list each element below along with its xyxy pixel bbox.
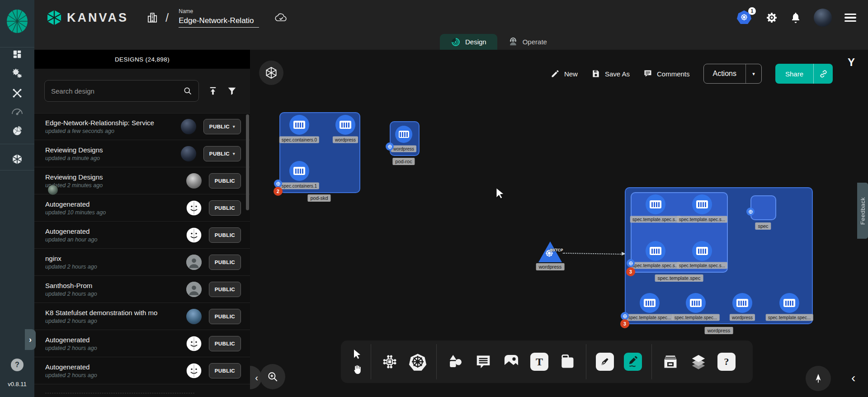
dock-handle-icon[interactable]: Y xyxy=(848,56,855,69)
design-list-item[interactable]: Reviewing Designsupdated a minute ago PU… xyxy=(34,140,250,167)
freehand-draw-tool-active[interactable] xyxy=(622,351,644,373)
user-avatar[interactable] xyxy=(814,9,832,27)
design-search-input[interactable] xyxy=(51,87,183,95)
kanvas-brand[interactable]: KANVAS xyxy=(46,9,128,26)
design-updated: updated a few seconds ago xyxy=(45,128,177,134)
error-count-badge[interactable]: 2 xyxy=(274,187,283,196)
visibility-badge[interactable]: PUBLIC xyxy=(209,173,241,189)
layers-tool[interactable] xyxy=(688,351,709,373)
design-list-item[interactable]: Edge-Network-Relationship: Serviceupdate… xyxy=(34,113,250,140)
caret-down-icon[interactable]: ▾ xyxy=(746,64,761,83)
owner-avatar xyxy=(186,200,202,216)
visibility-label: PUBLIC xyxy=(215,341,235,346)
design-list-item[interactable]: Autogeneratedupdated 2 hours ago PUBLIC xyxy=(34,357,250,384)
meshery-logo[interactable] xyxy=(6,9,28,34)
image-tool[interactable] xyxy=(500,351,522,373)
search-icon[interactable] xyxy=(183,86,192,95)
node-bottom-container[interactable] xyxy=(732,293,752,313)
designs-scrollbar[interactable] xyxy=(246,114,249,210)
sidebar-item-configuration[interactable] xyxy=(0,84,34,102)
design-list-item[interactable]: Autogeneratedupdated 10 minutes ago PUBL… xyxy=(34,194,250,222)
container-icon xyxy=(293,121,305,129)
feedback-tab[interactable]: Feedback xyxy=(857,183,868,239)
design-search-box[interactable] xyxy=(44,80,199,102)
visibility-select[interactable]: PUBLIC▾ xyxy=(203,146,241,161)
designs-search-row xyxy=(34,69,250,113)
pen-tool[interactable] xyxy=(594,351,616,373)
tab-design[interactable]: Design xyxy=(440,34,497,50)
new-design-button[interactable]: New xyxy=(551,69,578,78)
design-title: Reviewing Designs xyxy=(45,146,177,154)
node-template-container[interactable] xyxy=(692,194,712,214)
error-count-badge[interactable]: 3 xyxy=(620,319,629,328)
design-list-item[interactable]: Santhosh-Promupdated 2 hours ago PUBLIC xyxy=(34,276,250,303)
kubernetes-context-button[interactable]: 1 xyxy=(737,10,753,25)
node-bottom-container[interactable] xyxy=(640,293,660,313)
visibility-badge[interactable]: PUBLIC xyxy=(209,363,241,378)
share-button[interactable]: Share xyxy=(775,64,833,84)
shapes-tool[interactable] xyxy=(444,351,466,373)
design-list-item[interactable]: nginxupdated 2 hours ago PUBLIC xyxy=(34,249,250,276)
design-list-item[interactable]: Reviewing Designsupdated 2 minutes ago P… xyxy=(34,167,250,194)
design-list-item[interactable]: Autogeneratedupdated 2 hours ago PUBLIC xyxy=(34,330,250,357)
organization-icon[interactable] xyxy=(146,12,158,24)
tab-operate[interactable]: Operate xyxy=(497,34,558,50)
node-bottom-container[interactable] xyxy=(779,293,799,313)
comments-button[interactable]: Comments xyxy=(643,69,690,78)
expand-right-panel-chevron[interactable]: ‹ xyxy=(851,371,855,385)
help-tool-glyph: ? xyxy=(724,356,729,368)
visibility-select[interactable]: PUBLIC▾ xyxy=(203,119,241,134)
design-name-input[interactable] xyxy=(179,15,259,28)
node-container-spec-containers-1[interactable] xyxy=(289,161,309,181)
node-container-wordpress[interactable] xyxy=(395,126,412,143)
upload-design-icon[interactable] xyxy=(208,86,218,96)
filter-icon[interactable] xyxy=(227,86,237,96)
sidebar-item-performance[interactable] xyxy=(0,102,34,120)
help-tool[interactable]: ? xyxy=(716,351,737,373)
visibility-badge[interactable]: PUBLIC xyxy=(209,309,241,324)
design-list-item[interactable]: Autogeneratedupdated an hour ago PUBLIC xyxy=(34,222,250,249)
drawer-tool[interactable] xyxy=(660,351,681,373)
node-template-container[interactable] xyxy=(692,241,712,261)
select-tool[interactable] xyxy=(352,349,363,359)
save-as-button[interactable]: Save As xyxy=(591,69,630,78)
meshery-menu-button[interactable] xyxy=(259,61,283,85)
sidebar-item-dashboard[interactable] xyxy=(0,45,34,63)
node-bottom-container[interactable] xyxy=(686,293,706,313)
sidebar-item-extensions[interactable] xyxy=(0,122,34,140)
sidebar-item-lifecycle[interactable] xyxy=(0,65,34,83)
visibility-badge[interactable]: PUBLIC xyxy=(209,255,241,270)
comment-tool[interactable] xyxy=(472,351,494,373)
center-view-button[interactable] xyxy=(806,366,831,391)
menu-hamburger-icon[interactable] xyxy=(844,14,856,22)
owner-avatar xyxy=(186,363,202,378)
settings-gear-icon[interactable] xyxy=(766,12,778,24)
design-list-item[interactable]: K8 Statefulset demonstration with moupda… xyxy=(34,303,250,330)
zoom-in-button[interactable] xyxy=(260,364,285,389)
sticky-note-tool[interactable] xyxy=(557,351,578,373)
spec-label: spec xyxy=(755,222,771,230)
components-tool[interactable] xyxy=(379,351,401,373)
sidebar-item-kanvas[interactable] xyxy=(0,150,34,168)
visibility-badge[interactable]: PUBLIC xyxy=(209,336,241,351)
visibility-badge[interactable]: PUBLIC xyxy=(209,227,241,243)
design-canvas[interactable]: New Save As Comments Actions ▾ Share xyxy=(250,50,868,397)
sidebar-expand-chevron[interactable]: › xyxy=(25,329,36,350)
copy-link-icon[interactable] xyxy=(814,64,833,84)
visibility-badge[interactable]: PUBLIC xyxy=(209,200,241,216)
help-button[interactable]: ? xyxy=(11,359,24,371)
actions-dropdown-button[interactable]: Actions ▾ xyxy=(703,64,762,84)
visibility-badge[interactable]: PUBLIC xyxy=(209,282,241,297)
node-template-container[interactable] xyxy=(646,194,665,214)
pan-hand-tool[interactable] xyxy=(352,364,363,375)
error-count-badge[interactable]: 3 xyxy=(626,267,635,276)
container-icon xyxy=(293,167,305,175)
node-template-container[interactable] xyxy=(646,241,665,261)
notifications-bell-icon[interactable] xyxy=(790,12,801,24)
text-tool[interactable]: T xyxy=(528,351,550,373)
node-spec[interactable] xyxy=(750,195,776,220)
node-container-wordpress[interactable] xyxy=(335,115,355,135)
kubernetes-tool[interactable] xyxy=(407,351,429,373)
node-container-spec-containers-0[interactable] xyxy=(289,115,309,135)
service-deployment-edge[interactable] xyxy=(563,253,624,255)
